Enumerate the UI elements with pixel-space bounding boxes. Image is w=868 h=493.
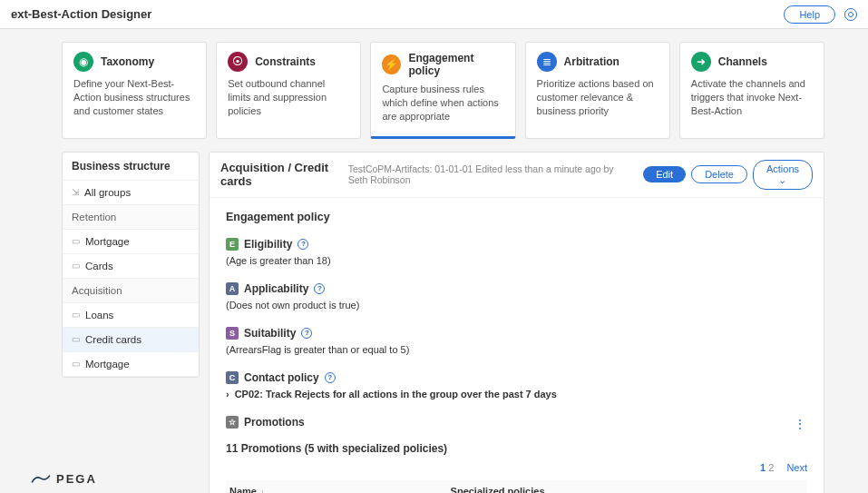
policy-badge: E <box>226 238 239 251</box>
sidebar-item-cards[interactable]: ▭Cards <box>63 254 199 279</box>
edit-button[interactable]: Edit <box>643 166 686 182</box>
policy-rule: CP02: Track Rejects for all actions in t… <box>235 389 557 399</box>
sidebar-all-groups[interactable]: ⇲ All groups <box>63 181 199 205</box>
app-title: ext-Best-Action Designer <box>11 7 151 21</box>
policy-rule: (Does not own product is true) <box>226 300 807 311</box>
stage-desc: Activate the channels and triggers that … <box>691 77 813 118</box>
help-button[interactable]: Help <box>784 5 835 24</box>
sidebar: Business structure ⇲ All groups Retentio… <box>62 152 200 378</box>
stage-icon: ⚡ <box>382 54 401 74</box>
promotions-badge: ☆ <box>226 416 239 429</box>
titlebar: ext-Best-Action Designer Help <box>0 0 868 29</box>
pega-mark-icon <box>31 473 51 486</box>
policy-badge: C <box>226 371 239 384</box>
page-2[interactable]: 2 <box>768 462 774 473</box>
chevron-down-icon: ⌄ <box>778 174 786 185</box>
stage-card-engagement-policy[interactable]: ⚡Engagement policyCapture business rules… <box>370 42 515 139</box>
sidebar-item-mortgage[interactable]: ▭Mortgage <box>63 352 199 377</box>
promotions-subheader: 11 Promotions (5 with specialized polici… <box>226 442 807 455</box>
sidebar-item-loans[interactable]: ▭Loans <box>63 303 199 328</box>
stage-card-arbitration[interactable]: ≣ArbitrationPrioritize actions based on … <box>525 42 670 139</box>
stage-label: Taxonomy <box>101 55 154 68</box>
policy-applicability: AApplicability?(Does not own product is … <box>226 282 807 311</box>
chevron-right-icon[interactable]: › <box>226 389 229 399</box>
actions-button[interactable]: Actions ⌄ <box>753 160 813 190</box>
stage-row: ◉TaxonomyDefine your Next-Best-Action bu… <box>0 29 868 152</box>
policy-title: Applicability <box>244 282 308 295</box>
pega-logo: PEGA <box>31 472 97 486</box>
col-name[interactable]: Name <box>229 486 257 493</box>
content-row: Business structure ⇲ All groups Retentio… <box>0 152 868 493</box>
help-icon[interactable]: ? <box>297 239 308 250</box>
folder-icon: ▭ <box>72 236 80 246</box>
folder-icon: ▭ <box>72 310 80 320</box>
promotions-menu-icon[interactable]: ⋮ <box>794 417 807 431</box>
stage-icon: ➜ <box>691 52 711 72</box>
stage-icon: ◉ <box>73 52 93 72</box>
stage-card-taxonomy[interactable]: ◉TaxonomyDefine your Next-Best-Action bu… <box>62 42 207 139</box>
policy-badge: S <box>226 327 239 340</box>
next-link[interactable]: Next <box>786 462 807 473</box>
policy-suitability: SSuitability?(ArrearsFlag is greater tha… <box>226 327 807 355</box>
sidebar-title: Business structure <box>63 153 199 181</box>
policy-badge: A <box>226 282 239 295</box>
stage-desc: Set outbound channel limits and suppress… <box>228 77 349 118</box>
help-icon[interactable]: ? <box>325 372 336 383</box>
stage-label: Arbitration <box>564 55 619 68</box>
policy-eligibility: EEligibility?(Age is greater than 18) <box>226 238 807 266</box>
policy-rule: (Age is greater than 18) <box>226 255 807 266</box>
policy-title: Eligibility <box>244 238 292 251</box>
stage-desc: Capture business rules which define when… <box>382 83 503 123</box>
panel: Engagement policy EEligibility?(Age is g… <box>210 198 824 493</box>
meta-text: TestCoPM-Artifacts: 01-01-01 Edited less… <box>348 163 635 185</box>
stage-label: Constraints <box>255 55 316 68</box>
promotions-header: Promotions <box>244 416 305 429</box>
promotions-block: ☆ Promotions ⋮ 11 Promotions (5 with spe… <box>226 416 807 493</box>
main-header: Acquisition / Credit cards TestCoPM-Arti… <box>210 153 824 198</box>
policy-title: Suitability <box>244 327 296 340</box>
stage-card-channels[interactable]: ➜ChannelsActivate the channels and trigg… <box>679 42 824 139</box>
sidebar-group-retention: Retention <box>63 205 199 230</box>
folder-icon: ▭ <box>72 359 80 369</box>
panel-title: Engagement policy <box>226 211 807 223</box>
pager: 1 2 Next <box>226 455 807 480</box>
stage-label: Engagement policy <box>408 52 503 77</box>
policy-title: Contact policy <box>244 371 319 384</box>
stage-icon: ≣ <box>537 52 557 72</box>
sidebar-item-mortgage[interactable]: ▭Mortgage <box>63 230 199 254</box>
stage-label: Channels <box>718 55 767 68</box>
stage-desc: Prioritize actions based on customer rel… <box>537 77 658 118</box>
help-icon[interactable]: ? <box>314 283 325 294</box>
delete-button[interactable]: Delete <box>691 165 747 183</box>
policy-rule: (ArrearsFlag is greater than or equal to… <box>226 344 807 355</box>
sidebar-item-credit-cards[interactable]: ▭Credit cards <box>63 328 199 352</box>
stage-desc: Define your Next-Best-Action business st… <box>73 77 195 118</box>
policy-contact-policy: CContact policy?›CP02: Track Rejects for… <box>226 371 807 399</box>
sort-asc-icon: ↓ <box>260 488 265 493</box>
stage-card-constraints[interactable]: ⦿ConstraintsSet outbound channel limits … <box>216 42 361 139</box>
breadcrumb: Acquisition / Credit cards <box>220 161 348 188</box>
page-1[interactable]: 1 <box>760 462 766 473</box>
stage-icon: ⦿ <box>228 52 248 72</box>
sidebar-group-acquisition: Acquisition <box>63 279 199 303</box>
gear-icon[interactable] <box>844 8 857 21</box>
promotions-table: Name↓ Specialized policies Signup for Si… <box>226 480 807 493</box>
folder-icon: ▭ <box>72 261 80 271</box>
share-icon: ⇲ <box>72 187 79 197</box>
help-icon[interactable]: ? <box>301 328 312 339</box>
col-spec[interactable]: Specialized policies <box>447 480 807 493</box>
folder-icon: ▭ <box>72 334 80 344</box>
main-panel: Acquisition / Credit cards TestCoPM-Arti… <box>209 152 824 493</box>
